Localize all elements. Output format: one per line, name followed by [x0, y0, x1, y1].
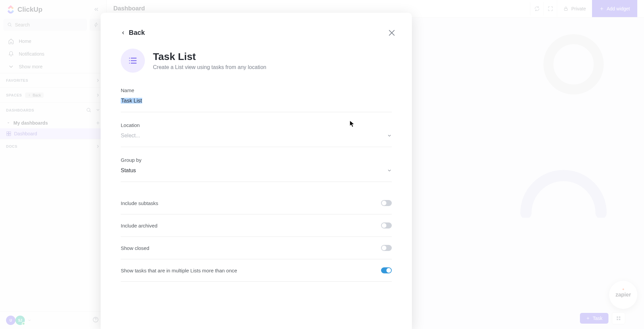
show-closed-row: Show closed — [121, 237, 392, 259]
modal-back-label: Back — [129, 29, 145, 37]
location-label: Location — [121, 122, 392, 128]
groupby-value: Status — [121, 168, 136, 174]
include-subtasks-label: Include subtasks — [121, 200, 158, 206]
groupby-select[interactable]: Status — [121, 168, 392, 174]
modal-hero: Task List Create a List view using tasks… — [121, 49, 392, 73]
location-field-group: Location Select... — [121, 122, 392, 147]
show-multi-lists-label: Show tasks that are in multiple Lists mo… — [121, 268, 237, 273]
modal-back-button[interactable]: Back — [121, 29, 145, 37]
include-subtasks-toggle[interactable] — [381, 200, 392, 206]
include-archived-row: Include archived — [121, 214, 392, 237]
include-archived-toggle[interactable] — [381, 222, 392, 228]
groupby-label: Group by — [121, 157, 392, 163]
modal-title: Task List — [153, 51, 266, 62]
name-field-group: Name Task List — [121, 87, 392, 112]
include-subtasks-row: Include subtasks — [121, 192, 392, 214]
show-closed-toggle[interactable] — [381, 245, 392, 251]
location-select[interactable]: Select... — [121, 133, 392, 139]
name-label: Name — [121, 87, 392, 93]
show-closed-label: Show closed — [121, 245, 149, 251]
task-list-hero-icon — [121, 49, 145, 73]
chevron-down-icon — [387, 133, 392, 138]
show-multi-lists-row: Show tasks that are in multiple Lists mo… — [121, 259, 392, 282]
location-placeholder: Select... — [121, 133, 140, 139]
show-multi-lists-toggle[interactable] — [381, 267, 392, 273]
chevron-left-icon — [121, 30, 125, 35]
chevron-down-icon — [387, 168, 392, 173]
modal-description: Create a List view using tasks from any … — [153, 64, 266, 70]
list-icon — [128, 56, 138, 66]
modal-close-button[interactable] — [385, 26, 398, 40]
groupby-field-group: Group by Status — [121, 157, 392, 182]
task-list-modal: Back Task List Create a List view using … — [101, 13, 412, 329]
include-archived-label: Include archived — [121, 223, 157, 228]
name-input[interactable]: Task List — [121, 98, 142, 104]
close-icon — [387, 28, 397, 38]
